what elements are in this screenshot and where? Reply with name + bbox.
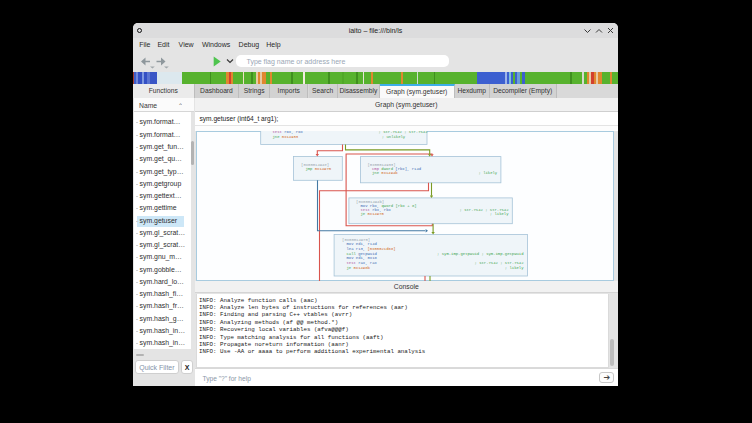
svg-text:; likely: ; likely [478, 171, 497, 175]
svg-text:[0x00014970]: [0x00014970] [342, 238, 370, 242]
svg-text:jne 0x1494b: jne 0x1494b [372, 171, 398, 175]
svg-text:lea r13, [0x00021d68]: lea r13, [0x00021d68] [346, 247, 395, 251]
svg-text:; likely: ; likely [489, 212, 508, 216]
svg-text:jne 0x14933: jne 0x14933 [272, 135, 298, 139]
svg-text:je 0x1498b: je 0x1498b [346, 266, 370, 270]
svg-text:; likely: ; likely [504, 266, 523, 270]
svg-text:test rax, rax: test rax, rax [346, 261, 377, 265]
svg-text:je 0x14970: je 0x14970 [360, 212, 384, 216]
svg-text:; sym.imp.getpwuid ; sym.imp.g: ; sym.imp.getpwuid ; sym.imp.getpwuid [437, 252, 523, 256]
svg-text:mov edi, 0x18: mov edi, 0x18 [346, 256, 377, 260]
svg-text:call getpwuid: call getpwuid [346, 252, 376, 256]
svg-text:; str.7s42 ; str.7s42: ; str.7s42 ; str.7s42 [474, 261, 524, 265]
svg-text:jmp 0x14970: jmp 0x14970 [305, 167, 331, 171]
svg-text:mov edi, r14d: mov edi, r14d [346, 242, 376, 246]
svg-text:; unlikely: ; unlikely [381, 135, 405, 139]
